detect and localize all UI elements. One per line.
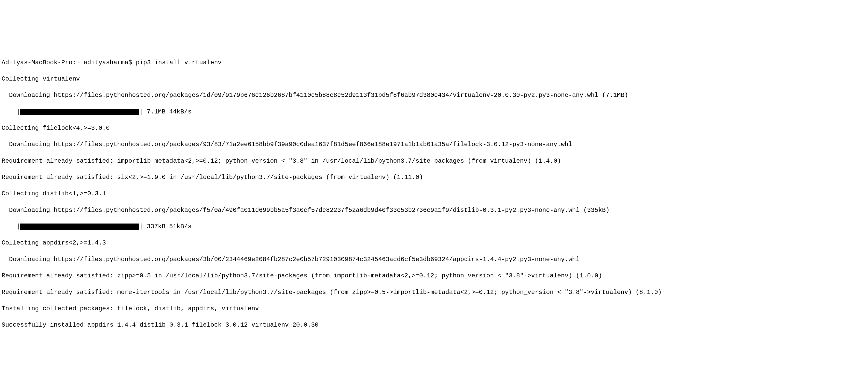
pipe-icon: | bbox=[17, 222, 20, 231]
output-line: Downloading https://files.pythonhosted.o… bbox=[2, 141, 866, 149]
progress-bar bbox=[20, 109, 139, 115]
progress-text: 337kB 51kB/s bbox=[143, 222, 191, 231]
output-line: Installing collected packages: filelock,… bbox=[2, 305, 866, 313]
prompt-user: adityasharma bbox=[84, 59, 128, 66]
prompt-cwd: ~ bbox=[76, 59, 80, 66]
output-line: Collecting distlib<1,>=0.3.1 bbox=[2, 190, 866, 198]
terminal-output[interactable]: Adityas-MacBook-Pro:~ adityasharma$ pip3… bbox=[0, 41, 868, 340]
pipe-icon: | bbox=[139, 222, 143, 231]
output-line: Requirement already satisfied: zipp>=0.5… bbox=[2, 272, 866, 280]
progress-line: || 7.1MB 44kB/s bbox=[2, 108, 866, 116]
output-line: Downloading https://files.pythonhosted.o… bbox=[2, 91, 866, 99]
progress-bar-wrap: || bbox=[17, 222, 143, 231]
output-line: Collecting appdirs<2,>=1.4.3 bbox=[2, 239, 866, 247]
output-line: Requirement already satisfied: six<2,>=1… bbox=[2, 173, 866, 182]
progress-bar-wrap: || bbox=[17, 108, 143, 116]
output-line: Collecting filelock<4,>=3.0.0 bbox=[2, 124, 866, 132]
output-line: Requirement already satisfied: importlib… bbox=[2, 157, 866, 165]
pipe-icon: | bbox=[17, 108, 20, 116]
output-line: Collecting virtualenv bbox=[2, 75, 866, 83]
output-line: Downloading https://files.pythonhosted.o… bbox=[2, 255, 866, 264]
progress-indent bbox=[2, 108, 17, 116]
output-line: Successfully installed appdirs-1.4.4 dis… bbox=[2, 321, 866, 329]
pipe-icon: | bbox=[139, 108, 143, 116]
progress-bar bbox=[20, 223, 139, 230]
progress-text: 7.1MB 44kB/s bbox=[143, 108, 191, 116]
prompt-sep: $ bbox=[128, 59, 132, 66]
command-text: pip3 install virtualenv bbox=[136, 59, 222, 66]
prompt-line: Adityas-MacBook-Pro:~ adityasharma$ pip3… bbox=[2, 59, 866, 67]
progress-line: || 337kB 51kB/s bbox=[2, 222, 866, 231]
progress-indent bbox=[2, 222, 17, 231]
prompt-host: Adityas-MacBook-Pro bbox=[2, 59, 72, 66]
output-line: Requirement already satisfied: more-iter… bbox=[2, 288, 866, 297]
output-line: Downloading https://files.pythonhosted.o… bbox=[2, 206, 866, 214]
